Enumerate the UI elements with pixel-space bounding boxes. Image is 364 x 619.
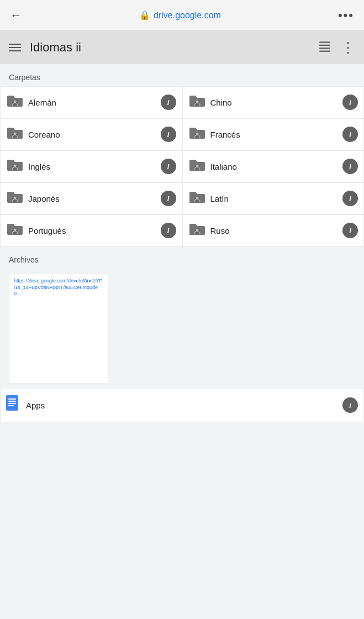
- browser-bar: ← 🔒 drive.google.com •••: [0, 0, 364, 31]
- svg-point-15: [196, 165, 198, 167]
- shared-folder-icon: [188, 125, 206, 143]
- page-title: Idiomas ii: [30, 40, 309, 55]
- svg-rect-3: [319, 51, 330, 52]
- svg-point-17: [14, 197, 17, 200]
- list-item[interactable]: Portugués i: [0, 214, 182, 246]
- docs-file-icon: [6, 395, 22, 415]
- list-item[interactable]: Italiano i: [182, 150, 365, 182]
- svg-rect-27: [8, 403, 16, 404]
- shared-folder-icon: [6, 125, 24, 143]
- info-button[interactable]: i: [342, 95, 358, 110]
- toolbar: Idiomas ii ⋮: [0, 31, 364, 64]
- folder-name: Italiano: [210, 162, 339, 171]
- list-item[interactable]: Alemán i: [0, 86, 182, 118]
- info-button[interactable]: i: [161, 127, 176, 142]
- shared-folder-icon: [6, 190, 24, 207]
- shared-folder-icon: [6, 158, 24, 175]
- archivos-section-header: Archivos: [0, 246, 364, 269]
- list-item[interactable]: Ruso i: [182, 214, 365, 246]
- shared-folder-icon: [6, 222, 24, 239]
- list-item[interactable]: Chino i: [182, 86, 365, 118]
- folder-name: Francés: [210, 130, 339, 139]
- info-button[interactable]: i: [342, 191, 358, 206]
- folder-name: Coreano: [28, 130, 156, 139]
- svg-point-19: [196, 197, 198, 200]
- info-button[interactable]: i: [161, 159, 176, 174]
- svg-rect-25: [8, 398, 16, 400]
- url-text[interactable]: drive.google.com: [154, 11, 221, 20]
- info-button[interactable]: i: [342, 397, 358, 413]
- shared-folder-icon: [6, 93, 24, 111]
- file-name: Apps: [26, 401, 338, 410]
- list-item[interactable]: Coreano i: [0, 118, 182, 150]
- file-thumbnail[interactable]: https://drive.google.com/drive/u/0r=1tYP…: [9, 273, 108, 384]
- list-item[interactable]: Inglés i: [0, 150, 182, 182]
- list-item[interactable]: Francés i: [182, 118, 365, 150]
- svg-rect-28: [8, 405, 14, 406]
- svg-point-7: [196, 101, 198, 103]
- folder-name: Chino: [210, 98, 339, 107]
- list-view-icon[interactable]: [318, 39, 332, 56]
- shared-folder-icon: [188, 158, 206, 175]
- svg-rect-0: [319, 41, 330, 43]
- lock-icon: 🔒: [139, 10, 150, 20]
- hamburger-menu-icon[interactable]: [9, 44, 21, 51]
- folder-name: Portugués: [28, 226, 156, 235]
- info-button[interactable]: i: [161, 95, 176, 110]
- shared-folder-icon: [188, 190, 206, 207]
- back-button[interactable]: ←: [10, 8, 22, 23]
- svg-point-5: [14, 101, 17, 103]
- info-button[interactable]: i: [161, 191, 176, 206]
- carpetas-section-header: Carpetas: [0, 64, 364, 86]
- info-button[interactable]: i: [161, 223, 176, 238]
- svg-point-9: [14, 133, 17, 135]
- browser-menu-button[interactable]: •••: [338, 8, 354, 23]
- shared-folder-icon: [188, 222, 206, 239]
- svg-rect-26: [8, 401, 16, 402]
- info-button[interactable]: i: [342, 127, 358, 142]
- list-item[interactable]: Apps i: [0, 388, 364, 422]
- folder-name: Ruso: [210, 226, 339, 235]
- svg-point-11: [196, 133, 198, 135]
- svg-point-21: [14, 229, 17, 232]
- url-area: 🔒 drive.google.com: [22, 10, 338, 20]
- svg-point-23: [196, 229, 198, 232]
- folder-name: Alemán: [28, 98, 156, 107]
- list-item[interactable]: Latín i: [182, 182, 365, 214]
- folder-name: Inglés: [28, 162, 156, 171]
- svg-rect-2: [319, 48, 330, 49]
- shared-folder-icon: [188, 93, 206, 111]
- svg-rect-1: [319, 45, 330, 46]
- svg-point-13: [14, 165, 17, 167]
- info-button[interactable]: i: [342, 223, 358, 238]
- folders-grid: Alemán i Chino i: [0, 86, 364, 246]
- file-thumbnail-link: https://drive.google.com/drive/u/0r=1tYP…: [14, 278, 103, 297]
- folder-name: Japonés: [28, 194, 156, 203]
- folder-name: Latín: [210, 194, 339, 203]
- files-section: Archivos https://drive.google.com/drive/…: [0, 246, 364, 422]
- more-options-icon[interactable]: ⋮: [341, 40, 355, 55]
- info-button[interactable]: i: [342, 159, 358, 174]
- list-item[interactable]: Japonés i: [0, 182, 182, 214]
